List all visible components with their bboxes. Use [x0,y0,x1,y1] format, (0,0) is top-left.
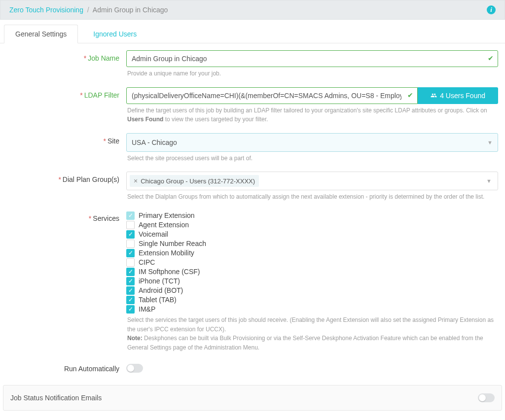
tabs: General Settings Ignored Users [0,20,505,43]
email-panel: Job Status Notification Emails [3,385,502,411]
email-panel-label: Job Status Notification Emails [10,394,102,402]
email-toggle[interactable] [478,393,495,402]
required-marker: * [58,175,61,183]
label-ldap: *LDAP Filter [4,87,126,99]
service-label: Agent Extension [139,221,189,229]
site-select-value: USA - Chicago [132,139,177,146]
service-checkbox[interactable]: ✓ [126,296,135,304]
help-ldap-post: to view the users targeted by your filte… [163,116,268,123]
service-label: IM Softphone (CSF) [139,268,200,276]
users-found-button[interactable]: 4 Users Found [418,87,498,104]
breadcrumb-separator: / [87,6,89,14]
help-ldap: Define the target users of this job by b… [127,106,498,124]
ldap-filter-input[interactable] [126,87,418,104]
chevron-down-icon: ▼ [487,140,493,145]
service-item: ✓IM&P [126,305,498,314]
label-services: *Services [4,210,126,222]
help-services-note-label: Note: [127,335,143,342]
service-item: ✓IM Softphone (CSF) [126,268,498,276]
row-site: *Site USA - Chicago ▼ Select the site pr… [4,133,501,170]
job-name-input[interactable] [126,50,498,67]
check-icon: ✔ [488,54,494,62]
chevron-down-icon: ▼ [486,178,492,184]
service-item: ✓Primary Extension [126,211,498,220]
label-run-auto: Run Automatically [4,361,126,373]
help-ldap-bold: Users Found [127,116,163,123]
service-label: CIPC [139,258,155,266]
breadcrumb-bar: Zero Touch Provisioning / Admin Group in… [0,0,505,20]
breadcrumb-current: Admin Group in Chicago [93,6,168,14]
service-item: ✓Voicemail [126,230,498,239]
service-item: Agent Extension [126,221,498,229]
dial-plan-chip-label: Chicago Group - Users (312-772-XXXX) [141,177,255,185]
breadcrumb: Zero Touch Provisioning / Admin Group in… [9,6,168,14]
service-checkbox[interactable] [126,221,135,229]
check-icon: ✔ [407,91,413,99]
service-label: iPhone (TCT) [139,277,180,285]
label-ldap-text: LDAP Filter [84,91,119,99]
service-label: Voicemail [139,230,168,238]
service-checkbox[interactable]: ✓ [126,286,135,295]
service-label: Single Number Reach [139,240,206,247]
row-ldap-filter: *LDAP Filter ✔ 4 Users Found Define the … [4,87,501,131]
service-label: Android (BOT) [139,286,183,294]
tab-ignored-users[interactable]: Ignored Users [82,25,148,43]
service-item: CIPC [126,258,498,267]
service-label: Primary Extension [139,211,195,219]
label-services-text: Services [93,214,119,222]
service-item: ✓Android (BOT) [126,286,498,295]
label-dial-plan-text: Dial Plan Group(s) [63,175,119,183]
service-label: Extension Mobility [139,249,194,257]
label-run-auto-text: Run Automatically [64,365,119,373]
service-checkbox[interactable]: ✓ [126,277,135,285]
chip-remove-icon[interactable]: × [134,177,138,185]
users-found-label: 4 Users Found [440,92,485,100]
service-checkbox[interactable] [126,258,135,267]
service-item: ✓iPhone (TCT) [126,277,498,285]
help-services-pre: Select the services the target users of … [127,316,494,333]
tab-general-settings[interactable]: General Settings [4,25,78,43]
service-checkbox[interactable]: ✓ [126,268,135,276]
help-site: Select the site processed users will be … [127,154,498,163]
service-item: ✓Extension Mobility [126,249,498,257]
help-ldap-pre: Define the target users of this job by b… [127,107,487,114]
help-services: Select the services the target users of … [127,315,498,352]
label-site-text: Site [108,137,119,145]
label-site: *Site [4,133,126,145]
help-dial-plan: Select the Dialplan Groups from which to… [127,192,498,202]
service-item: ✓Tablet (TAB) [126,296,498,304]
label-job-name: *Job Name [4,50,126,62]
label-dial-plan: *Dial Plan Group(s) [4,172,126,183]
row-run-auto: Run Automatically [4,361,501,374]
service-checkbox: ✓ [126,211,135,220]
service-checkbox[interactable]: ✓ [126,249,135,257]
service-label: IM&P [139,305,155,313]
breadcrumb-root-link[interactable]: Zero Touch Provisioning [9,6,83,14]
users-icon [431,92,437,99]
site-select[interactable]: USA - Chicago ▼ [126,133,498,152]
service-checkbox[interactable]: ✓ [126,230,135,239]
info-icon[interactable]: i [487,5,496,14]
services-list: ✓Primary ExtensionAgent Extension✓Voicem… [126,211,498,314]
help-job-name: Provide a unique name for your job. [127,69,498,78]
service-checkbox[interactable]: ✓ [126,305,135,314]
required-marker: * [80,91,82,99]
dial-plan-chip: × Chicago Group - Users (312-772-XXXX) [130,175,259,187]
run-auto-toggle[interactable] [126,364,143,373]
service-item: Single Number Reach [126,240,498,248]
form: *Job Name ✔ Provide a unique name for yo… [0,43,505,382]
required-marker: * [84,54,86,62]
dial-plan-select[interactable]: × Chicago Group - Users (312-772-XXXX) ▼ [126,172,498,190]
row-dial-plan: *Dial Plan Group(s) × Chicago Group - Us… [4,172,501,209]
row-job-name: *Job Name ✔ Provide a unique name for yo… [4,50,501,85]
service-checkbox[interactable] [126,240,135,248]
required-marker: * [89,214,91,222]
label-job-name-text: Job Name [88,54,119,62]
help-services-note: Deskphones can be built via Bulk Provisi… [127,335,483,351]
service-label: Tablet (TAB) [139,296,177,304]
row-services: *Services ✓Primary ExtensionAgent Extens… [4,210,501,359]
required-marker: * [103,137,106,145]
